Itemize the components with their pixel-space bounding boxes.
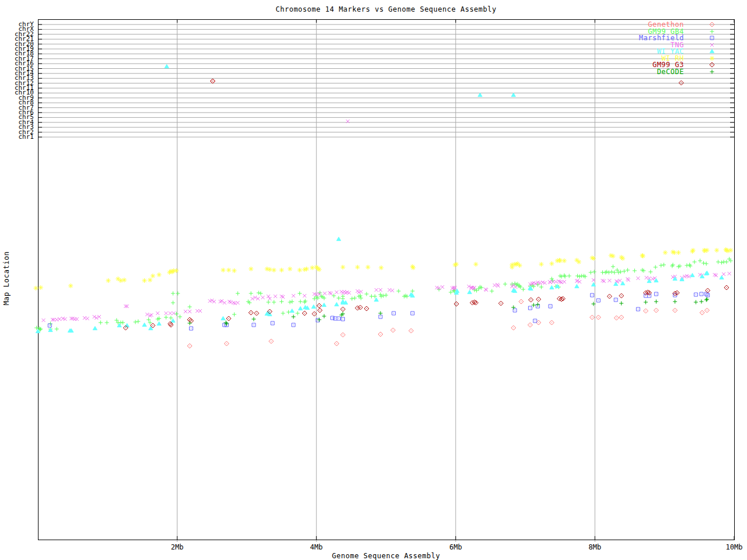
legend-label: DeCODE xyxy=(591,68,684,75)
plot-svg xyxy=(0,0,747,560)
x-tick-label-2mb: 2Mb xyxy=(160,543,195,551)
diamond-dot-legend-icon xyxy=(707,61,717,68)
asterisk-legend-icon xyxy=(707,55,717,62)
legend-item-marshfield: Marshfield xyxy=(610,34,727,41)
series-wi-yac xyxy=(36,64,724,332)
diamond-dot-legend-icon xyxy=(707,21,717,28)
plus-legend-icon xyxy=(707,68,717,75)
chr-tick-label-chr1: chr1 xyxy=(0,134,34,140)
series-wi-rh xyxy=(33,247,733,290)
x-tick-label-6mb: 6Mb xyxy=(438,543,473,551)
series-tng xyxy=(42,120,731,322)
x-tick-label-10mb: 10Mb xyxy=(717,543,747,551)
x-axis-label: Genome Sequence Assembly xyxy=(38,552,734,560)
legend-item-decode: DeCODE xyxy=(610,68,727,75)
x-tick-label-8mb: 8Mb xyxy=(577,543,612,551)
plot-border xyxy=(39,20,735,540)
series-decode xyxy=(188,298,709,326)
square-dot-legend-icon xyxy=(707,34,717,41)
legend-label: Marshfield xyxy=(591,34,684,41)
chart-screenshot: Chromosome 14 Markers vs Genome Sequence… xyxy=(0,0,747,560)
triangle-legend-icon xyxy=(707,48,717,55)
x-tick-label-4mb: 4Mb xyxy=(299,543,334,551)
y-axis-label: Map Location xyxy=(2,220,11,337)
x-legend-icon xyxy=(707,41,717,48)
series-genethon xyxy=(187,79,709,348)
plus-legend-icon xyxy=(707,28,717,35)
series-gm99-g3 xyxy=(123,79,729,330)
series-gm99-gb4 xyxy=(34,257,732,332)
